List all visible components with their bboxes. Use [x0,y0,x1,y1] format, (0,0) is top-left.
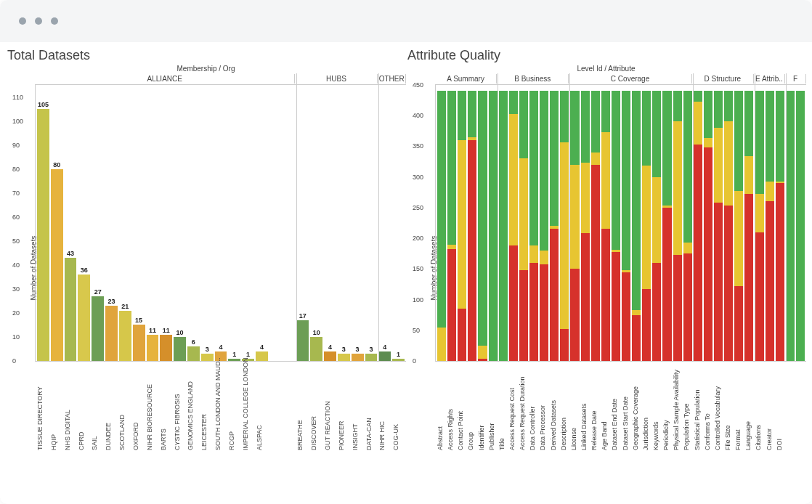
bar-segment-red[interactable] [560,329,569,361]
bar-slot[interactable] [766,91,774,361]
totals-chart-area[interactable]: 0102030405060708090100110105804336272321… [35,85,406,362]
bar-segment-yellow[interactable] [519,158,528,270]
bar-segment-yellow[interactable] [755,194,763,232]
bar-slot[interactable] [632,91,641,361]
bar-slot[interactable] [570,91,579,361]
bar-segment-green[interactable] [714,91,723,128]
bar-segment-green[interactable] [519,91,528,158]
bar-segment-red[interactable] [652,263,661,361]
bar-slot[interactable]: 80 [51,169,63,361]
bar-segment-green[interactable] [550,91,559,226]
bar-segment-yellow[interactable] [683,243,692,253]
bar-segment-green[interactable] [683,91,692,243]
bar-segment-green[interactable] [786,91,795,361]
bar-segment-red[interactable] [601,229,610,361]
bar-slot[interactable] [489,91,498,361]
bar-segment-green[interactable] [662,91,671,206]
bar-slot[interactable]: 3 [201,354,214,361]
bar-segment-yellow[interactable] [632,310,641,315]
bar[interactable] [365,354,378,361]
bar-segment-red[interactable] [622,272,630,361]
bar-slot[interactable] [796,91,805,361]
bar-slot[interactable]: 4 [256,351,268,361]
bar-segment-yellow[interactable] [529,245,538,263]
bar-segment-green[interactable] [437,91,446,327]
bar-slot[interactable] [591,91,600,361]
bar-slot[interactable] [458,91,466,361]
bar[interactable] [338,354,350,361]
bar-slot[interactable]: 10 [174,337,186,361]
bar-segment-red[interactable] [766,201,774,361]
bar-segment-red[interactable] [570,269,579,361]
bar-segment-green[interactable] [489,91,498,361]
bar-segment-green[interactable] [478,91,487,345]
bar-segment-green[interactable] [458,91,466,140]
bar-slot[interactable]: 27 [92,296,104,361]
bar-segment-red[interactable] [673,255,682,361]
bar-segment-green[interactable] [447,91,456,244]
bar-segment-green[interactable] [468,91,476,137]
bar-segment-yellow[interactable] [744,156,753,194]
bar-slot[interactable]: 1 [228,359,240,361]
bar-segment-red[interactable] [734,286,743,361]
bar-segment-green[interactable] [560,91,569,142]
bar-segment-red[interactable] [776,183,784,361]
bar-segment-yellow[interactable] [437,328,446,361]
bar-slot[interactable] [612,91,620,361]
bar-slot[interactable] [622,91,630,361]
bar-slot[interactable] [744,91,753,361]
bar-segment-red[interactable] [468,140,476,361]
bar-slot[interactable]: 10 [310,337,322,361]
bar-segment-green[interactable] [776,91,784,182]
bar-slot[interactable] [776,91,784,361]
bar-segment-yellow[interactable] [724,121,733,206]
bar-slot[interactable]: 4 [378,351,391,361]
bar[interactable] [133,325,145,361]
bar-slot[interactable] [694,91,702,361]
bar-segment-yellow[interactable] [766,182,774,201]
bar[interactable] [310,337,322,361]
bar-slot[interactable]: 1 [392,359,405,361]
bar[interactable] [78,275,90,361]
bar-slot[interactable]: 23 [105,306,118,361]
bar-slot[interactable] [734,91,743,361]
bar-slot[interactable]: 6 [187,346,200,361]
bar-segment-green[interactable] [734,91,743,191]
bar-slot[interactable]: 3 [338,354,350,361]
bar-slot[interactable]: 4 [324,351,336,361]
bar-slot[interactable] [581,91,590,361]
bar-segment-red[interactable] [724,206,733,361]
bar-slot[interactable]: 15 [133,325,145,361]
bar-segment-yellow[interactable] [458,140,466,309]
bar-segment-green[interactable] [529,91,538,245]
bar-segment-green[interactable] [581,91,590,163]
bar[interactable] [65,258,77,361]
bar-segment-yellow[interactable] [642,166,651,290]
bar-segment-yellow[interactable] [734,191,743,286]
bar-slot[interactable]: 105 [37,109,49,361]
bar[interactable] [201,354,214,361]
bar-segment-red[interactable] [683,253,692,361]
bar-slot[interactable]: 36 [78,275,90,361]
bar-slot[interactable] [652,91,661,361]
bar-slot[interactable]: 17 [296,320,309,361]
bar-segment-green[interactable] [632,91,641,309]
bar-segment-green[interactable] [570,91,579,164]
bar[interactable] [378,351,391,361]
bar-segment-yellow[interactable] [591,153,600,165]
bar-slot[interactable] [714,91,723,361]
bar-segment-red[interactable] [755,232,763,361]
quality-chart-area[interactable]: 050100150200250300350400450 [435,85,806,362]
bar-segment-yellow[interactable] [652,177,661,263]
bar-segment-red[interactable] [694,145,702,361]
bar-segment-red[interactable] [478,359,487,361]
bar-slot[interactable]: 3 [365,354,378,361]
bar-slot[interactable] [601,91,610,361]
bar-slot[interactable] [683,91,692,361]
bar-segment-green[interactable] [622,91,630,270]
bar[interactable] [92,296,104,361]
bar-segment-green[interactable] [694,91,702,101]
bar-segment-red[interactable] [744,194,753,361]
bar-segment-red[interactable] [581,233,590,361]
bar-segment-yellow[interactable] [570,165,579,269]
